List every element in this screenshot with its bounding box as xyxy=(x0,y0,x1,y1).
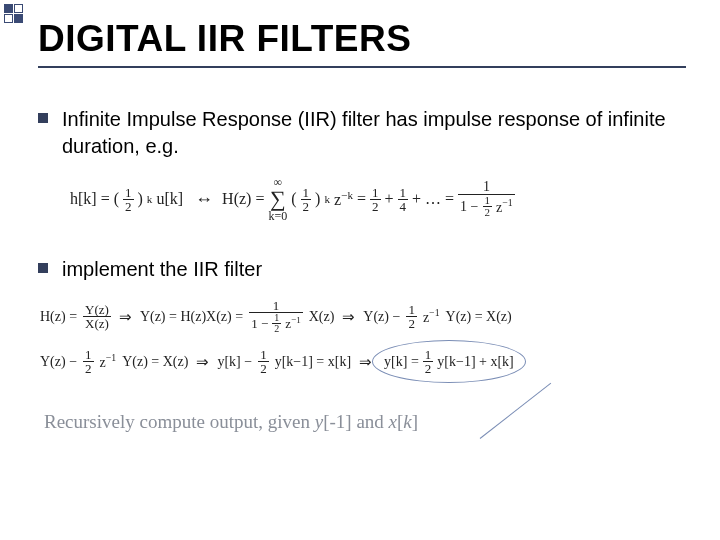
arrow-icon: ↔ xyxy=(187,189,218,210)
fraction: 1 2 xyxy=(123,186,134,213)
implies-icon: ⇒ xyxy=(117,308,134,326)
eq-text: Y(z) − xyxy=(363,309,400,325)
eq-text: Y(z) = H(z)X(z) = xyxy=(140,309,243,325)
summation-icon: ∞ ∑ k=0 xyxy=(268,176,287,222)
bullet-text: Infinite Impulse Response (IIR) filter h… xyxy=(62,106,686,160)
fraction: 1 2 xyxy=(370,186,381,213)
eq-text: y[k] − xyxy=(217,354,252,370)
slide-title: DIGITAL IIR FILTERS xyxy=(38,18,686,60)
equation-impulse: h[k] = ( 1 2 )k u[k] ↔ H(z) = ∞ ∑ k=0 ( … xyxy=(70,176,686,222)
fraction: 1 2 xyxy=(83,348,94,375)
eq-text: h[k] = xyxy=(70,190,110,208)
bullet-text: implement the IIR filter xyxy=(62,256,262,283)
fraction: 1 2 xyxy=(423,348,434,375)
bullet-item: implement the IIR filter xyxy=(38,256,686,283)
bullet-square-icon xyxy=(38,113,48,123)
fraction: 1 1 − 1 2 z−1 xyxy=(249,299,303,334)
eq-text: Y(z) = X(z) xyxy=(446,309,512,325)
bullet-square-icon xyxy=(38,263,48,273)
implies-icon: ⇒ xyxy=(194,353,211,371)
implies-icon: ⇒ xyxy=(340,308,357,326)
footer-note: Recursively compute output, given y[-1] … xyxy=(44,411,686,433)
fraction: Y(z) X(z) xyxy=(83,303,111,330)
fraction: 1 4 xyxy=(398,186,409,213)
bullet-item: Infinite Impulse Response (IIR) filter h… xyxy=(38,106,686,160)
equation-derivation: H(z) = Y(z) X(z) ⇒ Y(z) = H(z)X(z) = 1 1… xyxy=(40,299,686,377)
eq-text: Y(z) = X(z) xyxy=(122,354,188,370)
fraction: 1 2 xyxy=(301,186,312,213)
eq-text: y[k−1] = x[k] xyxy=(275,354,351,370)
title-rule xyxy=(38,66,686,68)
eq-text: X(z) xyxy=(309,309,335,325)
fraction: 1 2 xyxy=(406,303,417,330)
fraction: 1 2 xyxy=(258,348,269,375)
eq-text: H(z) = xyxy=(222,190,264,208)
highlighted-result: y[k] = 1 2 y[k−1] + x[k] xyxy=(380,346,518,377)
eq-text: u[k] xyxy=(156,190,183,208)
fraction: 1 1 − 1 2 z−1 xyxy=(458,180,515,218)
eq-text: H(z) = xyxy=(40,309,77,325)
slide: DIGITAL IIR FILTERS Infinite Impulse Res… xyxy=(0,0,720,453)
eq-text: Y(z) − xyxy=(40,354,77,370)
implies-icon: ⇒ xyxy=(357,353,374,371)
